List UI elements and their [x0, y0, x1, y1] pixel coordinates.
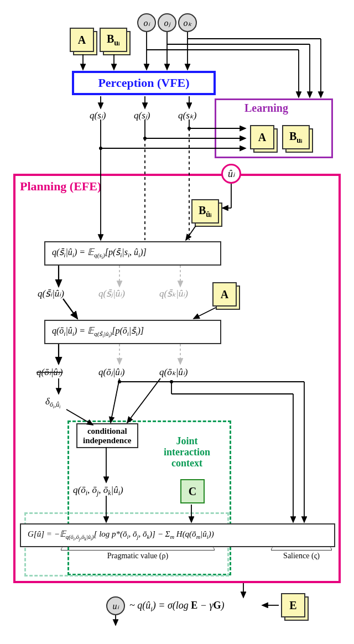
eq-G: G[û] = −𝔼q(ōi,ōj,ōk|ûi)[ log p*(ōi, ōj, …	[20, 523, 335, 547]
qobar-k: q(ōₖ|ûᵢ)	[159, 366, 188, 378]
matrix-C: C	[180, 479, 205, 503]
matrix-A-learn: A	[250, 125, 274, 149]
matrix-Bui-learn: Buᵢ	[282, 125, 310, 149]
matrix-A-plan: A	[212, 282, 237, 307]
qsk: q(sₖ)	[178, 110, 196, 121]
eq-action: ~ q(ûi) = σ(log E − γG)	[129, 600, 225, 614]
planning-label: Planning (EFE)	[20, 179, 101, 194]
cond-indep-box: conditionalindependence	[76, 423, 138, 448]
perception-block: Perception (VFE)	[72, 71, 216, 95]
eq-obs-pred: q(ōi|ûi) = 𝔼q(s̄i|ûi)[p(ōi|s̄i)]	[44, 320, 221, 344]
eq-state-pred: q(s̄i|ûi) = 𝔼q(si)[p(s̄i|si, ûi)]	[44, 241, 221, 266]
obs-oj: oⱼ	[158, 13, 176, 32]
ubrace-pragmatic: Pragmatic value (ρ)	[61, 547, 215, 560]
qobar-i-strike: q(ōᵢ|ûᵢ)	[37, 366, 63, 378]
obs-ok: oₖ	[178, 13, 197, 32]
ui-out-circle: uᵢ	[106, 596, 125, 615]
obs-oi: oᵢ	[137, 13, 156, 32]
joint-context-label: Joint interaction context	[164, 436, 210, 469]
qsbar-j: q(s̄ⱼ|ûᵢ)	[98, 288, 125, 299]
qsbar-k: q(s̄ₖ|ûᵢ)	[159, 288, 188, 299]
ubrace-salience: Salience (ς)	[271, 547, 332, 560]
qsi: q(sᵢ)	[90, 110, 106, 121]
qjoint: q(ōi, ōj, ōk|ûi)	[73, 485, 123, 497]
matrix-Bui-top: Buᵢ	[100, 28, 127, 52]
svg-point-20	[99, 147, 102, 150]
qsbar-i: q(s̄ᵢ|ûᵢ)	[38, 288, 64, 299]
qsj: q(sⱼ)	[134, 110, 150, 121]
learning-label: Learning	[244, 102, 288, 115]
delta: δōi,ûi	[45, 396, 60, 410]
matrix-A-top: A	[70, 28, 94, 52]
svg-point-21	[143, 137, 147, 140]
matrix-Buhat: Bûᵢ	[191, 199, 219, 224]
matrix-E: E	[281, 593, 305, 617]
qobar-j: q(ōⱼ|ûᵢ)	[98, 366, 125, 378]
svg-point-22	[188, 127, 191, 130]
uhat-circle: ûᵢ	[221, 164, 241, 184]
